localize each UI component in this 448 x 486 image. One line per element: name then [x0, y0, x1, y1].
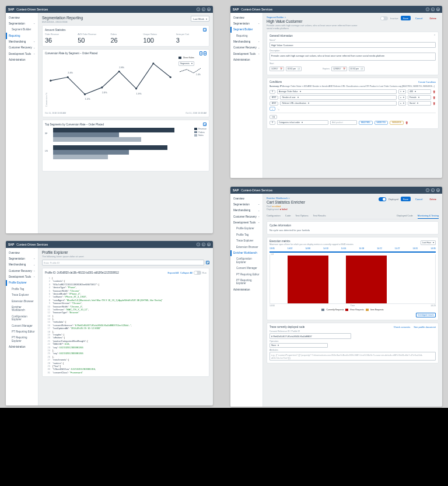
- tag[interactable]: 86427815: [359, 121, 373, 125]
- sidebar-item-development-tools[interactable]: Development Tools⌄: [230, 51, 262, 57]
- sidebar-item-configuration-explorer[interactable]: Configuration Explorer: [230, 256, 262, 265]
- breadcrumb[interactable]: Enricher Workbench >: [267, 197, 305, 200]
- settings-icon[interactable]: ⚙: [431, 8, 435, 11]
- op-select[interactable]: > ▾: [398, 89, 406, 94]
- sidebar-item-trace-explorer[interactable]: Trace Explorer: [6, 292, 38, 298]
- user-icon[interactable]: ⦿: [436, 188, 440, 192]
- sidebar-item-profile-tag[interactable]: Profile Tag: [6, 286, 38, 292]
- user-icon[interactable]: ⦿: [436, 8, 440, 11]
- sidebar-item-development-tools[interactable]: Development Tools⌄: [230, 220, 262, 226]
- tag[interactable]: 96004926: [390, 121, 404, 125]
- sidebar-item-extension-browser[interactable]: Extension Browser: [6, 298, 38, 304]
- user-icon[interactable]: ⦿: [207, 8, 211, 11]
- consent-id-input[interactable]: b78e62d0-6f27-85cb-8343-95a0d8f837: [270, 333, 351, 339]
- save-button[interactable]: Save: [401, 16, 411, 20]
- investigate-button[interactable]: Investigate issues: [416, 313, 436, 317]
- delete-button[interactable]: Delete: [427, 197, 439, 201]
- sidebar-item-customer-recovery[interactable]: Customer Recovery⌄: [6, 45, 38, 51]
- value-input[interactable]: Social ▾: [408, 101, 431, 106]
- sidebar-item-enricher-workbench[interactable]: Enricher Workbench: [230, 250, 262, 256]
- sidebar-item-customer-recovery[interactable]: Customer Recovery⌄: [6, 268, 38, 274]
- help-icon[interactable]: ?: [197, 8, 200, 11]
- sidebar-item-administration[interactable]: Administration: [6, 57, 38, 63]
- sidebar-item-configuration-explorer[interactable]: Configuration Explorer: [6, 313, 38, 323]
- help-icon[interactable]: ?: [426, 188, 429, 192]
- sidebar-item-pt-reporting-explorer[interactable]: PT Reporting Explorer: [230, 277, 262, 286]
- collapse-all[interactable]: Collapse All: [180, 271, 192, 274]
- profile-search-input[interactable]: Enter Profile ID: [42, 260, 204, 265]
- save-button[interactable]: Save: [401, 197, 411, 201]
- attributes-input[interactable]: e.g. {\"customProperties\":[{\"property\…: [270, 352, 436, 361]
- sidebar-item-trace-explorer[interactable]: Trace Explorer: [230, 238, 262, 244]
- delete-row-icon[interactable]: 🗑: [405, 121, 408, 124]
- sidebar-item-overview[interactable]: Overview: [6, 15, 38, 20]
- segments-select[interactable]: Segments ▾: [178, 61, 194, 66]
- range-select[interactable]: Last Hour ▾: [421, 240, 436, 245]
- refresh-icon[interactable]: ⟳: [203, 28, 206, 32]
- sidebar-item-consent-manager[interactable]: Consent Manager: [6, 323, 38, 328]
- active-toggle[interactable]: [380, 16, 388, 20]
- sidebar-item-reporting[interactable]: Reporting: [230, 33, 262, 39]
- op-or[interactable]: OR: [270, 115, 277, 119]
- tab-test-results[interactable]: Test Results: [313, 214, 326, 219]
- tab-code[interactable]: Code: [285, 214, 291, 219]
- sidebar-item-pt-reporting-editor[interactable]: PT Reporting Editor: [230, 271, 262, 277]
- add-plus[interactable]: +: [270, 107, 275, 111]
- op-and[interactable]: AND: [270, 102, 278, 106]
- delete-row-icon[interactable]: 🗑: [433, 96, 436, 99]
- delete-row-icon[interactable]: 🗑: [433, 90, 436, 93]
- sidebar-item-enricher-workbench[interactable]: Enricher Workbench: [6, 305, 38, 314]
- tag[interactable]: 56001755: [374, 121, 388, 125]
- tab-test-options[interactable]: Test Options: [295, 214, 308, 219]
- op-if[interactable]: If: [270, 90, 275, 94]
- timeline-bar[interactable]: [270, 251, 436, 253]
- sidebar-item-administration[interactable]: Administration: [230, 286, 262, 292]
- start-time-input[interactable]: 02:32 pm 🕑: [286, 67, 302, 71]
- sidebar-item-segmentation[interactable]: Segmentation⌄: [6, 256, 38, 261]
- tab-monitoring[interactable]: Monitoring & Testing: [418, 214, 439, 219]
- settings-icon[interactable]: ⚙: [202, 243, 205, 246]
- sidebar-item-profile-tag[interactable]: Profile Tag: [230, 232, 262, 237]
- expire-time-input[interactable]: 02:32 pm 🕑: [349, 67, 365, 71]
- check-consents-link[interactable]: Check consents: [394, 326, 410, 328]
- chevron-up-icon[interactable]: ⌃: [433, 34, 436, 37]
- sidebar-item-merchandising[interactable]: Merchandising⌄: [6, 262, 38, 268]
- add-product-input[interactable]: Add product: [330, 120, 357, 125]
- breadcrumb[interactable]: Segment Builder >: [267, 16, 360, 19]
- sidebar-item-merchandising[interactable]: Merchandising⌄: [6, 39, 38, 45]
- refresh-icon[interactable]: ⟳: [203, 123, 206, 126]
- sidebar-item-profile-explorer[interactable]: Profile Explorer: [230, 226, 262, 232]
- delete-row-icon[interactable]: 🗑: [433, 102, 436, 105]
- value-input[interactable]: Female ▾: [408, 95, 431, 100]
- attr-select[interactable]: Categories in last order ▾: [277, 120, 328, 125]
- sidebar-item-administration[interactable]: Administration: [6, 344, 38, 350]
- sidebar-item-profile-explorer[interactable]: Profile Explorer: [6, 280, 38, 286]
- json-viewer[interactable]: 1{2 "contexts": {3 "6f1a7a8827210111330f…: [45, 277, 206, 374]
- sidebar-item-customer-recovery[interactable]: Customer Recovery⌄: [230, 45, 262, 51]
- sidebar-item-segment-builder[interactable]: Segment Builder: [230, 27, 262, 33]
- sidebar-item-segmentation[interactable]: Segmentation⌄: [230, 201, 262, 207]
- attr-select[interactable]: Referrer URL classification ▾: [280, 101, 397, 106]
- op-and[interactable]: AND: [270, 96, 278, 100]
- settings-icon[interactable]: ⚙: [202, 8, 205, 11]
- sidebar-item-merchandising[interactable]: Merchandising⌄: [230, 208, 262, 214]
- value-input[interactable]: 400 ▾: [408, 89, 431, 94]
- expand-all[interactable]: Expand All: [168, 271, 179, 274]
- tab-deployed-code[interactable]: Deployed Code: [397, 214, 413, 219]
- user-icon[interactable]: ⦿: [207, 243, 211, 246]
- sidebar-item-pt-reporting-editor[interactable]: PT Reporting Editor: [6, 328, 38, 334]
- name-input[interactable]: High Value Customer: [270, 42, 436, 48]
- operation-select[interactable]: Store ▾: [270, 343, 328, 348]
- desc-textarea[interactable]: Female users with high average cart valu…: [270, 53, 436, 61]
- sidebar-item-segment-builder[interactable]: Segment Builder: [6, 27, 38, 33]
- cancel-button[interactable]: Cancel: [413, 197, 425, 201]
- sidebar-item-development-tools[interactable]: Development Tools⌄: [6, 274, 38, 280]
- see-profile-link[interactable]: See profile document: [414, 326, 436, 328]
- sidebar-item-reporting[interactable]: Reporting: [6, 33, 38, 39]
- sidebar-item-consent-manager[interactable]: Consent Manager: [230, 265, 262, 271]
- op-select[interactable]: = ▾: [398, 95, 406, 100]
- create-condition-link[interactable]: Create Condition: [418, 81, 436, 83]
- date-range-select[interactable]: Last Week▾: [191, 16, 209, 22]
- sidebar-item-overview[interactable]: Overview: [6, 250, 38, 256]
- export-icon[interactable]: ⇪: [200, 51, 202, 55]
